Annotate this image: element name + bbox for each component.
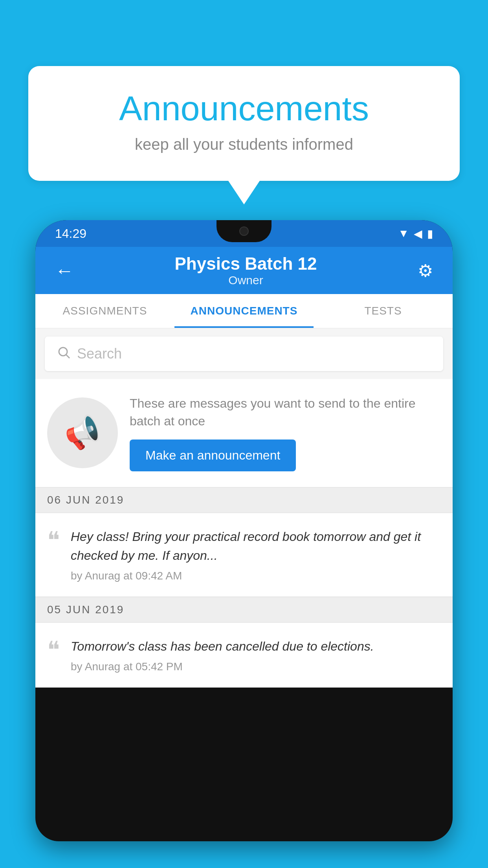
status-bar: 14:29 ▼ ◀ ▮ bbox=[35, 220, 453, 247]
signal-icon: ◀ bbox=[414, 227, 422, 240]
promo-text: These are messages you want to send to t… bbox=[130, 395, 441, 430]
status-time: 14:29 bbox=[55, 226, 86, 241]
tab-assignments[interactable]: ASSIGNMENTS bbox=[35, 294, 174, 328]
battery-icon: ▮ bbox=[427, 227, 433, 240]
announcement-content-1: Hey class! Bring your practical record b… bbox=[71, 527, 441, 582]
phone: 14:29 ▼ ◀ ▮ ← Physics Batch 12 Owner ⚙ bbox=[35, 220, 453, 841]
phone-screen-inner: 14:29 ▼ ◀ ▮ ← Physics Batch 12 Owner ⚙ bbox=[35, 220, 453, 841]
svg-point-0 bbox=[59, 348, 67, 356]
wifi-icon: ▼ bbox=[398, 227, 409, 240]
tab-announcements[interactable]: ANNOUNCEMENTS bbox=[174, 294, 314, 328]
app-bar: ← Physics Batch 12 Owner ⚙ bbox=[35, 247, 453, 294]
speech-bubble: Announcements keep all your students inf… bbox=[28, 66, 460, 181]
content-area: Search 📢 These are messages you want to … bbox=[35, 329, 453, 688]
make-announcement-button[interactable]: Make an announcement bbox=[130, 440, 296, 471]
announcement-text-1: Hey class! Bring your practical record b… bbox=[71, 527, 441, 565]
speech-bubble-title: Announcements bbox=[60, 90, 428, 128]
tab-tests[interactable]: TESTS bbox=[314, 294, 453, 328]
svg-line-1 bbox=[66, 355, 70, 358]
back-button[interactable]: ← bbox=[51, 256, 78, 285]
phone-container: 14:29 ▼ ◀ ▮ ← Physics Batch 12 Owner ⚙ bbox=[35, 220, 453, 868]
promo-right: These are messages you want to send to t… bbox=[130, 395, 441, 471]
announcement-meta-2: by Anurag at 05:42 PM bbox=[71, 660, 441, 673]
announcement-item-1[interactable]: ❝ Hey class! Bring your practical record… bbox=[35, 513, 453, 597]
status-icons: ▼ ◀ ▮ bbox=[398, 227, 433, 240]
announcement-item-2[interactable]: ❝ Tomorrow's class has been cancelled du… bbox=[35, 623, 453, 688]
settings-button[interactable]: ⚙ bbox=[414, 257, 437, 285]
quote-icon-2: ❝ bbox=[47, 638, 60, 662]
date-separator-2: 05 JUN 2019 bbox=[35, 597, 453, 623]
promo-icon-circle: 📢 bbox=[47, 397, 118, 468]
speech-bubble-container: Announcements keep all your students inf… bbox=[28, 66, 460, 204]
app-bar-title: Physics Batch 12 bbox=[78, 254, 414, 274]
quote-icon-1: ❝ bbox=[47, 529, 60, 552]
search-bar[interactable]: Search bbox=[45, 337, 443, 371]
megaphone-icon: 📢 bbox=[60, 411, 105, 455]
search-icon bbox=[57, 345, 71, 363]
phone-notch bbox=[216, 220, 272, 242]
speech-bubble-subtitle: keep all your students informed bbox=[60, 136, 428, 153]
app-bar-subtitle: Owner bbox=[78, 274, 414, 287]
announcement-promo: 📢 These are messages you want to send to… bbox=[35, 379, 453, 487]
tabs-bar: ASSIGNMENTS ANNOUNCEMENTS TESTS bbox=[35, 294, 453, 329]
announcement-text-2: Tomorrow's class has been cancelled due … bbox=[71, 637, 441, 656]
announcement-meta-1: by Anurag at 09:42 AM bbox=[71, 570, 441, 582]
search-input[interactable]: Search bbox=[77, 346, 122, 362]
camera bbox=[239, 226, 249, 236]
date-separator-1: 06 JUN 2019 bbox=[35, 487, 453, 513]
speech-bubble-arrow bbox=[228, 181, 260, 204]
app-bar-title-group: Physics Batch 12 Owner bbox=[78, 254, 414, 287]
announcement-content-2: Tomorrow's class has been cancelled due … bbox=[71, 637, 441, 673]
